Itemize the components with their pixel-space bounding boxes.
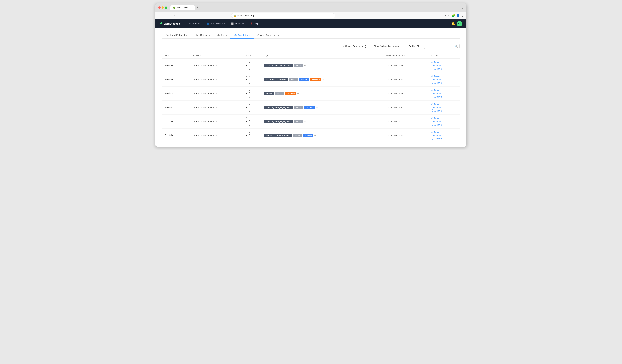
copy-id-icon[interactable]: ⧉ — [174, 64, 175, 67]
tags-cell: l4dense_motta_et_al_demohybrid+ — [262, 115, 383, 129]
action-download-button[interactable]: ↓Download — [431, 78, 457, 81]
nav-item-dashboard[interactable]: ⌂ Dashboard — [184, 19, 203, 28]
browser-tab[interactable]: 🌿 webKnossos × — [170, 5, 195, 10]
close-button[interactable] — [158, 6, 160, 9]
forward-button[interactable]: → — [165, 14, 170, 18]
action-archive-button[interactable]: 🗄Archive — [431, 123, 457, 126]
annotation-id: 856d1b — [165, 78, 173, 81]
edit-name-icon[interactable]: ✎ — [215, 92, 217, 95]
share-icon[interactable]: ⬆ — [445, 14, 447, 17]
nav-right: 🔔 LS — [451, 21, 462, 26]
name-cell: Unnamed Annotation✎ — [191, 73, 244, 87]
show-archived-button[interactable]: Show Archived Annotations — [371, 43, 404, 49]
stat-trees: 0 — [249, 130, 250, 134]
edit-name-icon[interactable]: ✎ — [215, 64, 217, 67]
id-sort-icon[interactable]: ⇅ — [168, 55, 170, 57]
search-input[interactable] — [426, 45, 454, 48]
edit-name-icon[interactable]: ✎ — [215, 78, 217, 81]
user-avatar[interactable]: LS — [457, 21, 462, 26]
edge-icon: ↔ — [246, 67, 248, 71]
action-trace-button[interactable]: ◎Trace — [431, 131, 457, 134]
window-chevron-button[interactable]: ⌄ — [461, 6, 464, 9]
nav-item-statistics[interactable]: 📈 Statistics — [228, 19, 246, 28]
extensions-icon[interactable]: 🧩 — [452, 14, 455, 17]
add-tag-button[interactable]: + — [316, 106, 318, 109]
tab-featured-publications[interactable]: Featured Publications — [162, 32, 193, 39]
archive-all-button[interactable]: Archive All — [406, 43, 422, 49]
action-trace-button[interactable]: ◎Trace — [431, 89, 457, 92]
copy-id-icon[interactable]: ⧉ — [174, 120, 175, 123]
modification-date-cell: 2022-02-07 18:59 — [383, 73, 429, 87]
tab-close-button[interactable]: × — [190, 6, 192, 9]
nav-item-administration[interactable]: 👤 Administration — [204, 19, 227, 28]
action-archive-button[interactable]: 🗄Archive — [431, 137, 457, 140]
show-archived-label: Show Archived Annotations — [374, 45, 401, 48]
refresh-button[interactable]: ↺ — [172, 14, 176, 18]
tag: hybrid — [294, 120, 303, 123]
add-tag-button[interactable]: + — [314, 134, 316, 137]
action-download-button[interactable]: ↓Download — [431, 106, 457, 109]
stat-edges: 0 — [249, 96, 250, 99]
copy-id-icon[interactable]: ⧉ — [174, 134, 175, 137]
date-sort-icon[interactable]: ⇅ — [404, 55, 406, 57]
stat-edges: 0 — [249, 137, 250, 140]
action-download-button[interactable]: ↓Download — [431, 120, 457, 123]
copy-id-icon[interactable]: ⧉ — [174, 92, 175, 95]
download-icon: ↓ — [431, 64, 432, 67]
tab-my-datasets[interactable]: My Datasets — [193, 32, 213, 39]
address-input[interactable]: 🔒 webknossos.org — [231, 13, 335, 18]
add-tag-button[interactable]: + — [304, 120, 306, 123]
nav-item-help[interactable]: ❓ Help — [247, 19, 261, 28]
action-trace-button[interactable]: ◎Trace — [431, 61, 457, 64]
search-icon[interactable]: 🔍 — [455, 45, 458, 48]
notification-bell-button[interactable]: 🔔 — [451, 22, 455, 25]
maximize-button[interactable] — [165, 6, 167, 9]
action-download-button[interactable]: ↓Download — [431, 134, 457, 137]
stats-cell: ⠿0 0 ↔0 — [244, 100, 262, 115]
minimize-button[interactable] — [162, 6, 164, 9]
action-archive-button[interactable]: 🗄Archive — [431, 67, 457, 70]
tab-my-tasks[interactable]: My Tasks — [213, 32, 230, 39]
edit-name-icon[interactable]: ✎ — [215, 120, 217, 123]
tag: volume — [303, 134, 313, 137]
tag: bock11 — [264, 92, 274, 95]
col-header-stats: Stats — [244, 52, 262, 59]
action-archive-button[interactable]: 🗄Archive — [431, 109, 457, 112]
action-trace-button[interactable]: ◎Trace — [431, 117, 457, 120]
edge-icon: ↔ — [246, 81, 248, 85]
profile-icon[interactable]: 👤 — [456, 14, 460, 17]
add-tag-button[interactable]: + — [304, 64, 306, 67]
table-row: 856d26⧉Unnamed Annotation✎ ⠿3 0 ↔0 l4den… — [162, 59, 460, 73]
add-tag-button[interactable]: + — [297, 92, 299, 95]
remove-tag-button[interactable]: × — [312, 106, 313, 108]
action-trace-button[interactable]: ◎Trace — [431, 75, 457, 78]
action-trace-button[interactable]: ◎Trace — [431, 103, 457, 106]
bookmark-icon[interactable]: ☆ — [448, 14, 450, 17]
stat-trees: 0 — [249, 102, 250, 106]
action-archive-button[interactable]: 🗄Archive — [431, 81, 457, 84]
menu-icon[interactable]: ⋮ — [461, 14, 464, 17]
action-archive-button[interactable]: 🗄Archive — [431, 95, 457, 98]
back-button[interactable]: ← — [158, 14, 163, 18]
add-tag-button[interactable]: + — [322, 78, 324, 81]
copy-id-icon[interactable]: ⧉ — [174, 78, 175, 81]
stat-edges: 0 — [249, 109, 250, 113]
edit-name-icon[interactable]: ✎ — [215, 106, 217, 109]
upload-annotations-button[interactable]: ↑ Upload Annotation(s) — [340, 43, 369, 49]
stat-nodes: 0 — [249, 64, 250, 67]
tag: skeleton — [310, 78, 321, 81]
action-download-button[interactable]: ↓Download — [431, 64, 457, 67]
name-sort-icon[interactable]: ⇅ — [200, 55, 201, 57]
tab-shared-annotations[interactable]: Shared Annotations ℹ — [254, 32, 284, 39]
edit-name-icon[interactable]: ✎ — [215, 134, 217, 137]
tags-cell: l4dense_motta_et_al_demohybrid+ — [262, 59, 383, 73]
action-download-button[interactable]: ↓Download — [431, 92, 457, 95]
search-box[interactable]: 🔍 — [424, 44, 460, 49]
stat-nodes: 0 — [249, 120, 250, 123]
copy-id-icon[interactable]: ⧉ — [174, 106, 175, 109]
tab-my-annotations[interactable]: My Annotations — [230, 32, 254, 39]
tag: l4dense_motta_et_al_demo — [264, 120, 293, 123]
page-tabs: Featured Publications My Datasets My Tas… — [162, 32, 460, 39]
new-tab-button[interactable]: + — [195, 5, 200, 10]
tree-icon: ⠿ — [246, 130, 248, 134]
